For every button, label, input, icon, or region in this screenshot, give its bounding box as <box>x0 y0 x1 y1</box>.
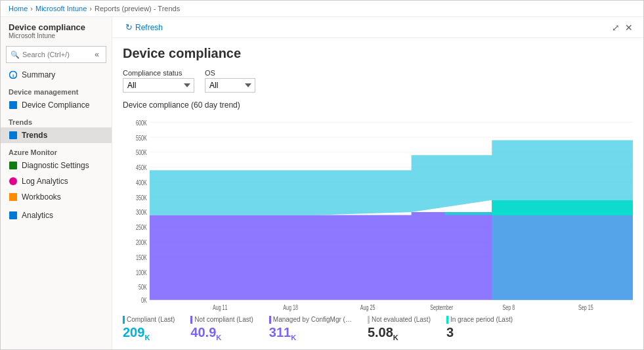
legend-in-grace-label: In grace period (Last) <box>446 316 513 324</box>
svg-text:100K: 100K <box>136 269 147 276</box>
legend-managed-configmgr-label: Managed by ConfigMgr (… <box>269 316 352 324</box>
chart-container: 600K 550K 500K 450K 400K 350K 300K 250K … <box>123 112 633 312</box>
close-button[interactable]: ✕ <box>625 22 633 33</box>
analytics-icon <box>9 211 18 220</box>
chart-svg: 600K 550K 500K 450K 400K 350K 300K 250K … <box>123 112 633 312</box>
chart-section: Device compliance (60 day trend) <box>123 100 633 341</box>
search-input[interactable] <box>22 51 89 58</box>
sidebar-item-trends-label: Trends <box>22 131 47 140</box>
svg-text:Aug 11: Aug 11 <box>213 303 228 311</box>
content-body: Device compliance Compliance status All … <box>112 38 643 349</box>
sidebar-item-analytics-label: Analytics <box>22 211 53 220</box>
window-controls: ⤢ ✕ <box>612 22 633 33</box>
sidebar-item-trends[interactable]: Trends <box>1 127 112 143</box>
svg-text:50K: 50K <box>139 284 147 292</box>
sidebar-collapse-button[interactable]: « <box>92 49 102 60</box>
os-select[interactable]: All Windows iOS Android macOS <box>205 78 255 93</box>
workbooks-icon <box>9 192 18 202</box>
compliance-status-select[interactable]: All Compliant Not compliant Not evaluate… <box>123 78 194 93</box>
legend-not-evaluated-color <box>368 316 370 324</box>
diag-icon <box>9 161 18 170</box>
legend-not-compliant: Not compliant (Last) 40.9K <box>190 316 253 341</box>
app-frame: Home › Microsoft Intune › Reports (previ… <box>0 0 644 350</box>
main-content: ↻ Refresh ⤢ ✕ Device compliance Complian… <box>112 17 643 349</box>
svg-text:Aug 18: Aug 18 <box>283 303 298 311</box>
sidebar-item-device-compliance[interactable]: Device Compliance <box>1 97 112 113</box>
sidebar-subtitle: Microsoft Intune <box>9 32 104 39</box>
sidebar-header: Device compliance Microsoft Intune <box>1 17 112 42</box>
sidebar-item-device-compliance-label: Device Compliance <box>22 100 89 110</box>
legend-in-grace-color <box>446 316 448 324</box>
sidebar-item-summary[interactable]: i Summary <box>1 67 112 83</box>
sidebar-section-azure-monitor: Azure Monitor <box>1 143 112 158</box>
sidebar-item-workbooks[interactable]: Workbooks <box>1 189 112 205</box>
trends-icon <box>9 131 18 140</box>
expand-button[interactable]: ⤢ <box>612 22 620 33</box>
search-icon: 🔍 <box>11 51 20 59</box>
compliance-icon <box>9 100 18 110</box>
main-layout: Device compliance Microsoft Intune 🔍 « i… <box>1 17 643 349</box>
breadcrumb-sep2: › <box>89 5 92 12</box>
legend-not-evaluated: Not evaluated (Last) 5.08K <box>368 316 431 341</box>
sidebar-item-analytics[interactable]: Analytics <box>1 208 112 223</box>
sidebar-section-device-management: Device management <box>1 83 112 97</box>
svg-text:300K: 300K <box>136 209 147 217</box>
log-analytics-icon <box>9 177 18 186</box>
legend-compliant-color <box>123 316 125 324</box>
legend-compliant-label: Compliant (Last) <box>123 316 175 324</box>
legend-compliant-value: 209K <box>123 325 175 341</box>
legend-compliant: Compliant (Last) 209K <box>123 316 175 341</box>
sidebar-item-log-analytics-label: Log Analytics <box>22 177 68 186</box>
svg-text:500K: 500K <box>136 149 147 157</box>
sidebar-item-diagnostic-settings[interactable]: Diagnostic Settings <box>1 158 112 173</box>
svg-text:September: September <box>430 303 453 311</box>
breadcrumb-intune[interactable]: Microsoft Intune <box>35 5 87 12</box>
legend-row: Compliant (Last) 209K Not compliant (Las… <box>123 316 633 341</box>
svg-text:Sep 8: Sep 8 <box>503 303 515 311</box>
svg-text:550K: 550K <box>136 134 147 142</box>
sidebar-title: Device compliance <box>9 22 104 32</box>
svg-text:600K: 600K <box>136 119 147 127</box>
legend-managed-configmgr-color <box>269 316 271 324</box>
sidebar-section-trends: Trends <box>1 113 112 127</box>
svg-text:350K: 350K <box>136 194 147 202</box>
content-toolbar: ↻ Refresh ⤢ ✕ <box>112 17 643 38</box>
svg-marker-32 <box>492 215 633 300</box>
page-title: Device compliance <box>123 46 633 61</box>
legend-not-compliant-label: Not compliant (Last) <box>190 316 253 324</box>
compliance-status-label: Compliance status <box>123 69 194 77</box>
sidebar-search-container: 🔍 « <box>6 46 106 63</box>
legend-in-grace-value: 3 <box>446 325 513 339</box>
legend-not-evaluated-value: 5.08K <box>368 325 431 341</box>
legend-not-compliant-color <box>190 316 192 324</box>
filters-row: Compliance status All Compliant Not comp… <box>123 69 633 93</box>
sidebar-item-summary-label: Summary <box>22 70 55 79</box>
legend-in-grace: In grace period (Last) 3 <box>446 316 513 339</box>
sidebar-item-diagnostic-settings-label: Diagnostic Settings <box>22 161 89 170</box>
os-label: OS <box>205 69 255 77</box>
svg-text:i: i <box>12 73 14 79</box>
svg-text:150K: 150K <box>136 254 147 262</box>
svg-text:450K: 450K <box>136 164 147 172</box>
compliance-status-filter: Compliance status All Compliant Not comp… <box>123 69 194 93</box>
legend-not-evaluated-label: Not evaluated (Last) <box>368 316 431 324</box>
os-filter: OS All Windows iOS Android macOS <box>205 69 255 93</box>
refresh-button[interactable]: ↻ Refresh <box>123 21 165 33</box>
svg-text:Aug 25: Aug 25 <box>360 303 376 311</box>
refresh-label: Refresh <box>135 23 163 32</box>
svg-text:Sep 15: Sep 15 <box>578 303 593 311</box>
svg-text:0K: 0K <box>141 297 147 305</box>
sidebar-item-log-analytics[interactable]: Log Analytics <box>1 173 112 189</box>
breadcrumb: Home › Microsoft Intune › Reports (previ… <box>1 1 643 17</box>
svg-marker-31 <box>445 212 633 215</box>
breadcrumb-sep1: › <box>30 5 33 12</box>
chart-title: Device compliance (60 day trend) <box>123 100 633 110</box>
sidebar: Device compliance Microsoft Intune 🔍 « i… <box>1 17 112 349</box>
sidebar-item-workbooks-label: Workbooks <box>22 192 61 202</box>
svg-text:200K: 200K <box>136 239 147 247</box>
refresh-icon: ↻ <box>125 22 133 32</box>
svg-text:400K: 400K <box>136 179 147 187</box>
info-icon: i <box>9 70 18 79</box>
legend-managed-configmgr-value: 311K <box>269 325 352 341</box>
breadcrumb-home[interactable]: Home <box>9 5 28 12</box>
